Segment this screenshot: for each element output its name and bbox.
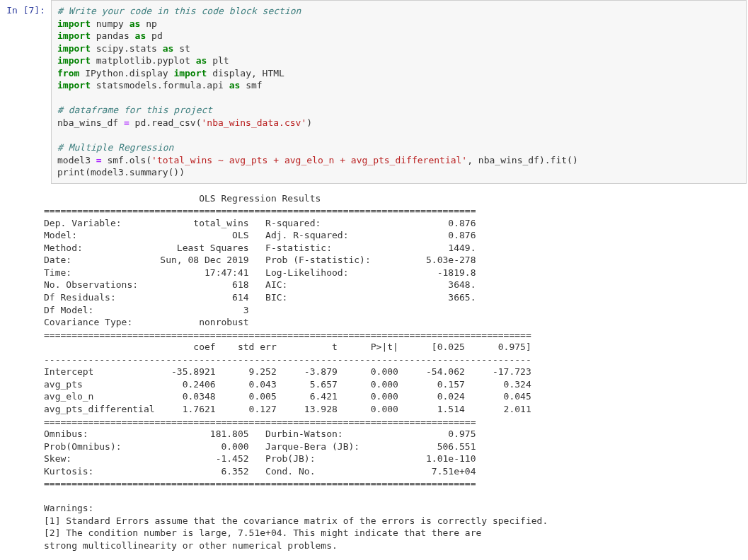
op-assign: = [124, 117, 130, 128]
kw-import: import [57, 43, 91, 54]
code-input-area[interactable]: # Write your code in this code block sec… [51, 0, 747, 184]
kw-as: as [196, 55, 207, 66]
call-tail: , nba_wins_df).fit() [467, 155, 578, 165]
code-comment: # Write your code in this code block sec… [57, 6, 301, 16]
alias-name: st [179, 43, 190, 54]
import-names: display, HTML [212, 68, 284, 78]
module-name: statsmodels.formula.api [96, 80, 224, 91]
kw-as: as [135, 30, 146, 41]
input-prompt: In [7]: [0, 0, 51, 17]
string-literal: 'nba_wins_data.csv' [202, 117, 307, 128]
alias-name: pd [151, 30, 163, 41]
alias-name: np [146, 18, 157, 29]
call-end: ) [306, 117, 312, 128]
kw-as: as [130, 18, 141, 29]
module-name: numpy [96, 18, 124, 29]
module-name: matplotlib.pyplot [96, 55, 190, 66]
module-name: IPython.display [85, 68, 168, 78]
op-assign: = [96, 155, 102, 165]
kw-as: as [163, 43, 174, 54]
code-cell: In [7]: # Write your code in this code b… [0, 0, 748, 188]
var-name: nba_wins_df [57, 117, 124, 128]
string-literal: 'total_wins ~ avg_pts + avg_elo_n + avg_… [151, 155, 467, 165]
var-name: model3 [57, 155, 96, 165]
print-line: print(model3.summary()) [57, 167, 185, 177]
module-name: pandas [96, 30, 130, 41]
module-name: scipy.stats [96, 43, 157, 54]
alias-name: plt [212, 55, 229, 66]
kw-import: import [57, 80, 91, 91]
kw-from: from [57, 68, 79, 78]
kw-as: as [229, 80, 241, 91]
kw-import: import [57, 18, 91, 29]
code-comment: # dataframe for this project [57, 105, 212, 115]
func-call: smf.ols( [102, 155, 151, 165]
code-comment: # Multiple Regression [57, 142, 173, 153]
code-block[interactable]: # Write your code in this code block sec… [57, 5, 740, 179]
alias-name: smf [246, 80, 262, 91]
cell-output: OLS Regression Results =================… [44, 188, 748, 556]
kw-import: import [173, 68, 207, 78]
func-call: pd.read_csv( [130, 117, 202, 128]
kw-import: import [57, 30, 91, 41]
kw-import: import [57, 55, 91, 66]
